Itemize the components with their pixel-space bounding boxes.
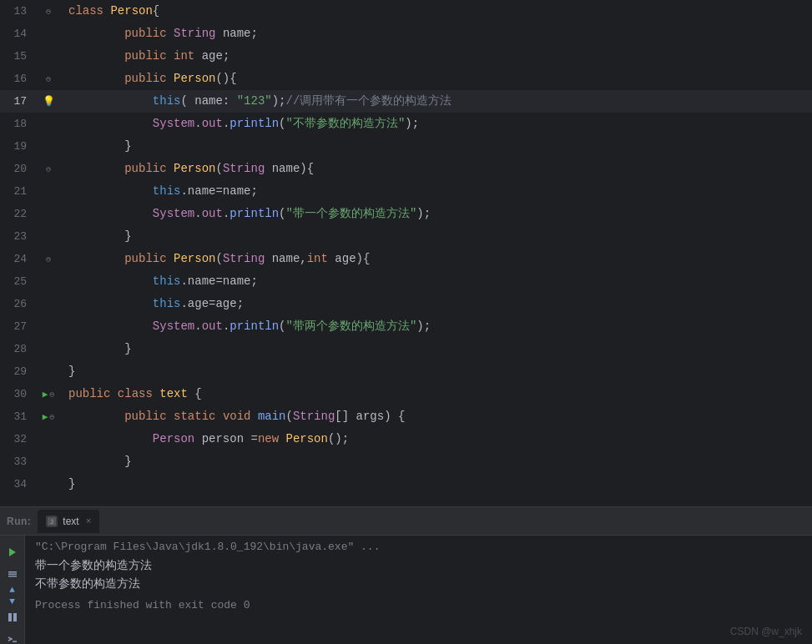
line-number-15: 15 [0,50,35,63]
line-icons-13: ⊖ [35,7,62,17]
line-number-24: 24 [0,253,35,265]
line-number-34: 34 [0,478,35,491]
line-content-21: this.name=name; [62,180,812,203]
line-content-32: Person person =new Person(); [62,428,812,450]
code-line-21: 21 this.name=name; [0,180,812,203]
code-line-16: 16 ⊖ public Person(){ [0,68,812,90]
line-content-20: public Person(String name){ [62,158,812,180]
line-content-22: System.out.println("带一个参数的构造方法"); [62,203,812,225]
watermark: CSDN @w_xhjk [730,626,802,637]
line-content-31: public static void main(String[] args) { [62,405,812,428]
line-content-26: this.age=age; [62,293,812,315]
code-line-25: 25 this.name=name; [0,270,812,293]
code-editor: 13 ⊖ class Person{ 14 public String name… [0,0,812,506]
code-line-31: 31 ▶ ⊖ public static void main(String[] … [0,405,812,428]
collapse-icon-16[interactable]: ⊖ [46,74,51,84]
code-lines: 13 ⊖ class Person{ 14 public String name… [0,0,812,506]
line-content-29: } [62,360,812,383]
code-line-13: 13 ⊖ class Person{ [0,0,812,23]
code-line-20: 20 ⊖ public Person(String name){ [0,158,812,180]
line-number-23: 23 [0,230,35,243]
svg-rect-4 [8,574,17,576]
line-content-24: public Person(String name,int age){ [62,248,812,270]
line-number-18: 18 [0,118,35,130]
line-number-13: 13 [0,5,35,18]
line-content-16: public Person(){ [62,68,812,90]
line-content-33: } [62,450,812,473]
line-content-19: } [62,135,812,158]
collapse-icon-13[interactable]: ⊖ [46,7,51,17]
svg-marker-2 [9,548,16,556]
line-number-32: 32 [0,433,35,445]
line-number-33: 33 [0,455,35,468]
collapse-icon-20[interactable]: ⊖ [46,164,51,174]
run-label: Run: [7,516,31,527]
svg-rect-7 [13,613,17,621]
run-icon-30[interactable]: ▶ [43,389,48,400]
run-tab-icon: J [46,516,58,527]
line-number-30: 30 [0,388,35,400]
code-line-28: 28 } [0,338,812,360]
line-content-17: this( name: "123");//调用带有一个参数的构造方法 [62,90,812,113]
line-number-19: 19 [0,140,35,153]
line-icons-24: ⊖ [35,254,62,264]
code-line-26: 26 this.age=age; [0,293,812,315]
line-content-25: this.name=name; [62,270,812,293]
code-line-29: 29 } [0,360,812,383]
run-output-line-1: 带一个参数的构造方法 [35,556,802,575]
line-number-31: 31 [0,410,35,423]
line-icons-31: ▶ ⊖ [35,411,62,422]
line-content-27: System.out.println("带两个参数的构造方法"); [62,315,812,338]
run-process-line: Process finished with exit code 0 [35,596,802,615]
line-content-18: System.out.println("不带参数的构造方法"); [62,113,812,135]
svg-rect-3 [8,571,17,573]
line-number-22: 22 [0,208,35,220]
run-panel: Run: J text × ▲ ▼ [0,506,812,644]
collapse-icon-30[interactable]: ⊖ [49,390,54,400]
svg-rect-5 [8,576,17,577]
run-icon-31[interactable]: ▶ [43,411,48,422]
line-number-17: 17 [0,95,35,108]
run-panel-header: Run: J text × [0,507,812,536]
line-content-15: public int age; [62,45,812,68]
line-number-21: 21 [0,185,35,198]
code-line-34: 34 } [0,473,812,496]
settings-button[interactable] [4,566,21,582]
code-line-22: 22 System.out.println("带一个参数的构造方法"); [0,203,812,225]
collapse-icon-31[interactable]: ⊖ [49,412,54,422]
code-line-32: 32 Person person =new Person(); [0,428,812,450]
line-number-14: 14 [0,28,35,40]
arrow-up-icon: ▲ [9,585,15,595]
code-line-23: 23 } [0,225,812,248]
terminal-button[interactable] [4,631,21,644]
line-icons-30: ▶ ⊖ [35,389,62,400]
collapse-icon-24[interactable]: ⊖ [46,254,51,264]
code-line-17: 17 💡 this( name: "123");//调用带有一个参数的构造方法 [0,90,812,113]
run-button[interactable] [4,544,21,561]
code-line-30: 30 ▶ ⊖ public class text { [0,383,812,405]
run-output-line-2: 不带参数的构造方法 [35,575,802,593]
line-icons-16: ⊖ [35,74,62,84]
line-number-20: 20 [0,163,35,175]
run-panel-content: "C:\Program Files\Java\jdk1.8.0_192\bin\… [25,536,812,644]
up-down-button[interactable]: ▲ ▼ [4,587,21,604]
code-line-18: 18 System.out.println("不带参数的构造方法"); [0,113,812,135]
svg-rect-6 [8,613,12,621]
line-number-25: 25 [0,275,35,288]
bulb-icon-17[interactable]: 💡 [43,95,55,108]
line-content-23: } [62,225,812,248]
svg-text:J: J [50,519,53,526]
line-content-28: } [62,338,812,360]
line-number-26: 26 [0,298,35,310]
run-tab-label: text [63,516,78,527]
run-sidebar-buttons: ▲ ▼ [4,541,21,644]
run-panel-body: ▲ ▼ "C:\Program Files\Java\jdk1.8.0_192\… [0,536,812,644]
run-tab[interactable]: J text × [38,510,99,533]
line-number-27: 27 [0,320,35,333]
line-content-34: } [62,473,812,496]
run-tab-close-button[interactable]: × [86,516,92,526]
code-line-15: 15 public int age; [0,45,812,68]
line-number-28: 28 [0,343,35,355]
stop-button[interactable] [4,609,21,626]
code-line-19: 19 } [0,135,812,158]
